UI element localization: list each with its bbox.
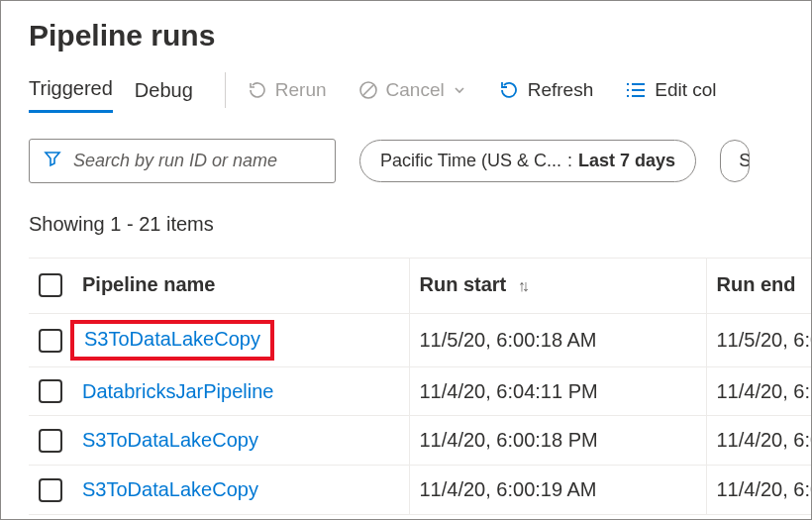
search-input[interactable]: Search by run ID or name [29, 139, 336, 183]
refresh-icon [498, 79, 520, 101]
showing-count: Showing 1 - 21 items [29, 213, 811, 236]
pipeline-link[interactable]: S3ToDataLakeCopy [84, 328, 260, 350]
table-row: S3ToDataLakeCopy11/4/20, 6:00:19 AM11/4/… [29, 466, 811, 515]
refresh-label: Refresh [528, 79, 594, 101]
pipeline-link[interactable]: S3ToDataLakeCopy [82, 429, 258, 451]
time-filter-pill[interactable]: Pacific Time (US & C... : Last 7 days [359, 140, 696, 182]
timezone-label: Pacific Time (US & C... [380, 151, 561, 171]
range-value: Last 7 days [578, 151, 675, 171]
filter-icon [44, 150, 61, 172]
toolbar-separator [225, 72, 226, 108]
rerun-button[interactable]: Rerun [248, 79, 327, 107]
table-row: DatabricksJarPipeline11/4/20, 6:04:11 PM… [29, 366, 811, 416]
tabs-toolbar: Triggered Debug Rerun Cancel [29, 72, 811, 115]
pipeline-link[interactable]: S3ToDataLakeCopy [82, 478, 258, 500]
edit-columns-label: Edit col [655, 79, 716, 101]
chevron-down-icon [453, 83, 466, 97]
cancel-button[interactable]: Cancel [358, 79, 466, 107]
run-end-cell: 11/4/20, 6:04: [706, 466, 811, 515]
row-checkbox[interactable] [39, 329, 62, 353]
run-end-cell: 11/5/20, 6:03: [706, 313, 811, 366]
run-start-cell: 11/4/20, 6:00:19 AM [409, 466, 706, 515]
rerun-icon [248, 80, 267, 100]
sort-icon: ↑↓ [518, 277, 526, 294]
extra-filter-label: S [739, 151, 750, 171]
list-icon [625, 81, 647, 99]
row-checkbox[interactable] [39, 478, 62, 502]
row-checkbox[interactable] [39, 379, 62, 403]
header-checkbox-cell [29, 259, 72, 314]
rerun-label: Rerun [275, 79, 327, 101]
run-start-cell: 11/5/20, 6:00:18 AM [409, 313, 706, 366]
pipeline-link[interactable]: DatabricksJarPipeline [82, 380, 273, 402]
table-row: S3ToDataLakeCopy11/4/20, 6:00:18 PM11/4/… [29, 416, 811, 466]
cancel-icon [358, 80, 378, 100]
run-start-cell: 11/4/20, 6:00:18 PM [409, 416, 706, 466]
column-run-end[interactable]: Run end [706, 259, 811, 314]
row-checkbox[interactable] [39, 429, 62, 453]
edit-columns-button[interactable]: Edit col [625, 79, 716, 107]
run-end-cell: 11/4/20, 6:10: [706, 366, 811, 416]
tab-debug[interactable]: Debug [135, 75, 193, 112]
extra-filter-pill[interactable]: S [720, 140, 750, 182]
run-end-cell: 11/4/20, 6:03: [706, 416, 811, 466]
select-all-checkbox[interactable] [39, 273, 62, 297]
cancel-label: Cancel [386, 79, 445, 101]
column-pipeline-name[interactable]: Pipeline name [72, 259, 409, 314]
column-run-start[interactable]: Run start ↑↓ [409, 259, 706, 314]
refresh-button[interactable]: Refresh [498, 79, 594, 107]
filter-row: Search by run ID or name Pacific Time (U… [29, 139, 811, 183]
tab-triggered[interactable]: Triggered [29, 73, 113, 113]
search-placeholder: Search by run ID or name [73, 151, 277, 171]
table-row: S3ToDataLakeCopy11/5/20, 6:00:18 AM11/5/… [29, 313, 811, 366]
page-title: Pipeline runs [29, 19, 811, 52]
run-start-cell: 11/4/20, 6:04:11 PM [409, 366, 706, 416]
runs-table: Pipeline name Run start ↑↓ Run end S3ToD… [29, 258, 811, 515]
